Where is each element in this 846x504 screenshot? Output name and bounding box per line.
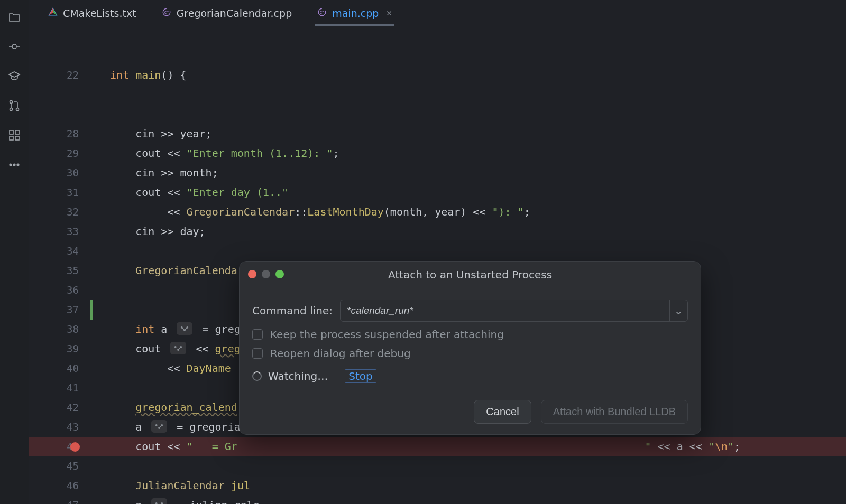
structure-icon[interactable] [7,128,22,143]
line-number: 38 [29,320,90,339]
tab-label: main.cpp [332,7,379,19]
code-content: cout << " = Gr " << a << "\n"; [93,437,846,456]
line-number: 31 [29,183,90,202]
svg-point-2 [10,108,13,111]
line-number: 32 [29,202,90,222]
code-content: cin >> year; [93,124,846,144]
svg-rect-4 [10,130,13,134]
window-minimize-icon[interactable] [262,270,270,278]
code-content: cout << "Enter month (1..12): "; [93,144,846,163]
code-line[interactable]: 28 cin >> year; [29,124,846,144]
tab-cmakelists[interactable]: CMakeLists.txt [35,0,149,26]
code-line[interactable]: 45 [29,456,846,476]
inlay-usages-icon[interactable] [151,498,167,504]
code-line[interactable]: 46 JulianCalendar jul [29,476,846,496]
svg-point-3 [16,108,19,111]
svg-text:c⁺: c⁺ [320,10,325,15]
svg-point-0 [12,44,16,49]
watching-label: Watching… [268,370,328,382]
code-content: JulianCalendar jul [93,476,846,496]
cmdline-input[interactable] [341,305,669,316]
code-content: cout << "Enter day (1.." [93,183,846,202]
chevron-down-icon[interactable]: ⌄ [669,300,687,321]
editor-tabs: CMakeLists.txt c⁺ GregorianCalendar.cpp … [29,0,846,26]
inlay-usages-icon[interactable] [170,342,186,354]
tool-window-strip [0,0,29,504]
cpp-file-icon: c⁺ [162,7,171,19]
dialog-titlebar: Attach to an Unstarted Process [240,262,701,288]
more-icon[interactable] [7,157,22,172]
line-number: 35 [29,261,90,281]
dialog-title: Attach to an Unstarted Process [388,268,552,281]
cmake-file-icon [48,7,58,19]
code-content: a = julian_cale [93,496,846,504]
pull-requests-icon[interactable] [7,98,22,113]
cmdline-label: Command line: [252,304,333,317]
line-number: 40 [29,359,90,378]
cpp-file-icon: c⁺ [317,7,327,19]
svg-point-9 [13,164,15,166]
code-line[interactable]: 34 [29,241,846,261]
code-line[interactable]: 33 cin >> day; [29,222,846,241]
line-number: 42 [29,398,90,417]
svg-point-8 [10,164,12,166]
code-line[interactable]: 32 << GregorianCalendar::LastMonthDay(mo… [29,202,846,222]
svg-point-1 [10,101,13,104]
code-line[interactable]: 30 cin >> month; [29,163,846,183]
line-number: 46 [29,476,90,496]
tab-main[interactable]: c⁺ main.cpp ✕ [305,0,405,26]
window-close-icon[interactable] [248,270,256,278]
line-number: 45 [29,456,90,476]
window-controls [248,270,284,278]
keep-suspended-checkbox[interactable] [252,329,263,340]
svg-rect-5 [15,130,19,134]
line-number: 36 [29,281,90,300]
learn-icon[interactable] [7,69,22,83]
stop-link[interactable]: Stop [345,369,376,383]
code-line[interactable]: 31 cout << "Enter day (1.." [29,183,846,202]
code-line[interactable]: 47 a = julian_cale [29,496,846,504]
line-number: 47 [29,496,90,504]
project-icon[interactable] [7,10,22,24]
line-number: 37 [29,300,90,320]
attach-process-dialog: Attach to an Unstarted Process Command l… [239,261,701,435]
line-number: 33 [29,222,90,241]
inlay-usages-icon[interactable] [177,322,192,335]
svg-text:c⁺: c⁺ [164,10,169,15]
line-number: 39 [29,339,90,359]
tab-label: GregorianCalendar.cpp [177,7,292,19]
window-maximize-icon[interactable] [275,270,284,278]
code-content: << GregorianCalendar::LastMonthDay(month… [93,202,846,222]
code-content: cin >> month; [93,163,846,183]
line-number: 28 [29,124,90,144]
inlay-usages-icon[interactable] [151,420,167,433]
line-number: 30 [29,163,90,183]
code-line[interactable]: 22 int main() { [29,66,846,85]
svg-rect-6 [10,136,13,140]
line-number: 29 [29,144,90,163]
svg-point-10 [17,164,19,166]
reopen-checkbox[interactable] [252,348,263,359]
tab-label: CMakeLists.txt [63,7,136,19]
cmdline-combobox[interactable]: ⌄ [340,300,688,322]
reopen-label: Reopen dialog after debug [270,347,411,360]
spinner-icon [252,371,262,381]
svg-rect-7 [15,136,19,140]
code-line[interactable]: 29 cout << "Enter month (1..12): "; [29,144,846,163]
breakpoint-icon[interactable] [70,442,80,452]
cancel-button[interactable]: Cancel [474,400,531,424]
line-number: 34 [29,241,90,261]
line-number: 41 [29,378,90,398]
tab-gregorian[interactable]: c⁺ GregorianCalendar.cpp [149,0,305,26]
line-number: 43 [29,417,90,437]
code-line[interactable]: 44 cout << " = Gr " << a << "\n"; [29,437,846,456]
code-content: cin >> day; [93,222,846,241]
close-icon[interactable]: ✕ [384,9,392,17]
keep-suspended-label: Keep the process suspended after attachi… [270,328,504,341]
attach-button[interactable]: Attach with Bundled LLDB [541,400,688,424]
line-number: 22 [29,66,90,85]
commit-icon[interactable] [7,39,22,54]
line-number: 44 [29,437,90,456]
